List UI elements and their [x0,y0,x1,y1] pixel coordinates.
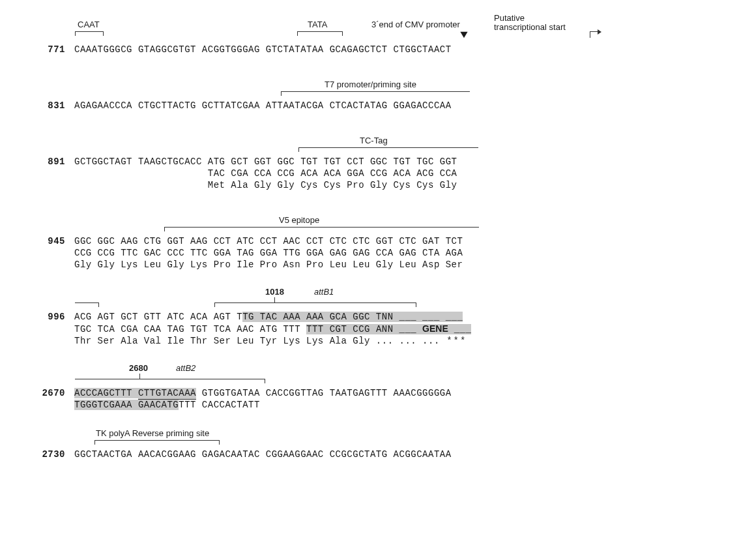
annotations-row-996: 1018 attB1 [26,288,726,310]
sequence-945-top: GGC GGC AAG CTG GGT AAG CCT ATC CCT AAC … [74,236,463,246]
seq-row-945-aa: Gly Gly Lys Leu Gly Lys Pro Ile Pro Asn … [26,259,726,270]
annotations-row-945: V5 epitope [26,215,726,235]
label-caat: CAAT [78,20,100,29]
annotations-row-831: T7 promoter/priming site [26,80,726,99]
position-891: 891 [26,156,74,167]
arrow-transcription-start [590,31,601,38]
position-945: 945 [26,236,74,246]
sequence-2670-top: ACCCAGCTTT CTTGTACAAA GTGGTGATAA CACCGGT… [74,388,452,398]
label-2680: 2680 [129,363,148,373]
seq-row-996-aa: Thr Ser Ala Val Ile Thr Ser Leu Tyr Lys … [26,336,726,346]
label-tkpoly: TK polyA Reverse priming site [96,428,209,438]
position-771: 771 [26,44,74,55]
label-tctag: TC-Tag [360,136,388,145]
sequence-891-top: GCTGGCTAGT TAAGCTGCACC ATG GCT GGT GGC T… [74,156,457,167]
seq-row-831: 831 AGAGAACCCA CTGCTTACTG GCTTATCGAA ATT… [26,100,726,111]
seq-row-945-top: 945 GGC GGC AAG CTG GGT AAG CCT ATC CCT … [26,236,726,246]
bracket-tctag [298,147,478,152]
label-v5: V5 epitope [279,215,319,225]
bracket-tkpoly [94,440,220,445]
position-2670: 2670 [26,388,74,398]
seq-row-996-comp: TGC TCA CGA CAA TAG TGT TCA AAC ATG TTT … [26,323,726,334]
label-attb2: attB2 [176,363,195,373]
annotations-row-2670: 2680 attB2 [26,364,726,387]
sequence-2730: GGCTAACTGA AACACGGAAG GAGACAATAC CGGAAGG… [74,449,452,460]
seq-row-891-aa: Met Ala Gly Gly Cys Cys Pro Gly Cys Cys … [26,180,726,190]
bracket-tata [297,31,343,36]
position-2730: 2730 [26,449,74,460]
sequence-771: CAAATGGGCG GTAGGCGTGT ACGGTGGGAG GTCTATA… [74,44,452,55]
label-1018: 1018 [265,287,284,297]
bracket-attb1 [214,302,416,307]
label-t7: T7 promoter/priming site [325,80,416,89]
seq-row-771: 771 CAAATGGGCG GTAGGCGTGT ACGGTGGGAG GTC… [26,44,726,55]
sequence-945-comp: CCG CCG TTC GAC CCC TTC GGA TAG GGA TTG … [74,248,463,258]
annotations-row-891: TC-Tag [26,136,726,155]
label-tata: TATA [308,20,327,29]
seq-row-2670-comp: TGGGTCGAAA GAACATGTTT CACCACTATT [26,400,726,410]
gene-label: GENE [422,323,448,334]
bracket-attb2 [75,379,265,383]
sequence-891-comp: TAC CGA CCA CCG ACA ACA GGA CCG ACA ACG … [74,168,457,179]
sequence-891-aa: Met Ala Gly Gly Cys Cys Pro Gly Cys Cys … [74,180,457,190]
label-putative-2: transcriptional start [494,22,566,32]
label-putative-1: Putative [494,13,525,23]
label-attb1: attB1 [314,287,334,297]
seq-row-996-top: 996 ACG AGT GCT GTT ATC ACA AGT TTG TAC … [26,312,726,322]
bracket-caat [75,31,104,36]
annotations-row-2730: TK polyA Reverse priming site [26,428,726,448]
sequence-996-aa: Thr Ser Ala Val Ile Thr Ser Leu Tyr Lys … [74,336,467,346]
sequence-945-aa: Gly Gly Lys Leu Gly Lys Pro Ile Pro Asn … [74,259,463,270]
seq-row-891-comp: TAC CGA CCA CCG ACA ACA GGA CCG ACA ACG … [26,168,726,179]
position-996: 996 [26,312,74,322]
position-831: 831 [26,100,74,111]
sequence-831: AGAGAACCCA CTGCTTACTG GCTTATCGAA ATTAATA… [74,100,452,111]
seq-row-891-top: 891 GCTGGCTAGT TAAGCTGCACC ATG GCT GGT G… [26,156,726,167]
bracket-v5-end [75,302,99,307]
annotations-row-771: CAAT TATA 3´end of CMV promoter ▼ Putati… [26,20,726,43]
seq-row-2730: 2730 GGCTAACTGA AACACGGAAG GAGACAATAC CG… [26,449,726,460]
bracket-v5 [164,227,479,231]
sequence-2670-comp: TGGGTCGAAA GAACATGTTT CACCACTATT [74,400,260,410]
arrow-cmv-end: ▼ [457,29,470,40]
bracket-t7 [281,91,470,96]
seq-row-945-comp: CCG CCG TTC GAC CCC TTC GGA TAG GGA TTG … [26,248,726,258]
seq-row-2670-top: 2670 ACCCAGCTTT CTTGTACAAA GTGGTGATAA CA… [26,388,726,398]
sequence-996-top: ACG AGT GCT GTT ATC ACA AGT TTG TAC AAA … [74,312,463,322]
sequence-996-comp: TGC TCA CGA CAA TAG TGT TCA AAC ATG TTT … [74,323,471,334]
label-cmv: 3´end of CMV promoter [371,20,460,29]
